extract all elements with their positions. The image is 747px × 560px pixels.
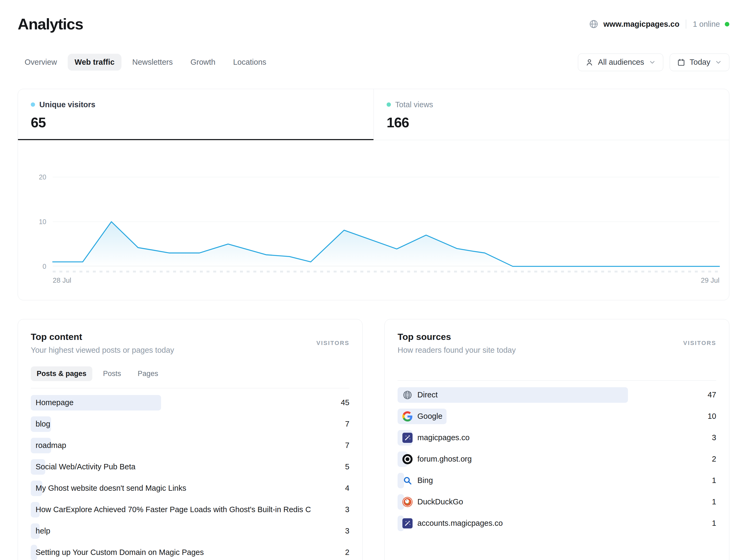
globe-icon [403,390,413,400]
content-row[interactable]: Setting up Your Custom Domain on Magic P… [31,542,350,560]
tab-locations[interactable]: Locations [226,54,273,71]
top-sources-header: Top sources How readers found your site … [397,331,716,355]
analytics-nav: OverviewWeb trafficNewslettersGrowthLoca… [18,54,273,71]
chevron-down-icon [648,59,656,66]
row-label: Setting up Your Custom Domain on Magic P… [35,548,204,557]
person-icon [585,58,594,66]
source-row[interactable]: DuckDuckGo1 [397,491,716,513]
card-title: Top content [31,331,174,342]
visitors-area-chart: 01020 28 Jul 29 Jul [18,140,729,300]
row-visitors-value: 4 [345,484,350,492]
content-row[interactable]: blog7 [31,414,350,435]
toolbar: OverviewWeb trafficNewslettersGrowthLoca… [18,53,729,71]
visitors-column-header: VISITORS [316,340,350,347]
top-content-list: Homepage45blog7roadmap7Social Web/Activi… [31,392,350,560]
site-info: www.magicpages.co 1 online [589,19,729,29]
site-domain-link[interactable]: www.magicpages.co [603,20,679,29]
calendar-icon [677,58,686,66]
chevron-down-icon [715,59,722,66]
card-subtitle: Your highest viewed posts or pages today [31,346,174,355]
cards-grid: Top content Your highest viewed posts or… [18,319,729,560]
top-sources-card: Top sources How readers found your site … [384,319,729,560]
row-label: Homepage [35,398,74,407]
unique-visitors-dot [31,102,35,107]
x-axis-labels: 28 Jul 29 Jul [53,276,719,285]
row-label: DuckDuckGo [417,498,463,506]
bing-icon [403,476,413,486]
source-row[interactable]: accounts.magicpages.co1 [397,513,716,534]
x-axis-label-start: 28 Jul [53,276,71,285]
row-visitors-value: 3 [345,527,350,535]
source-row[interactable]: forum.ghost.org2 [397,449,716,470]
source-row[interactable]: Google10 [397,406,716,427]
content-row[interactable]: roadmap7 [31,435,350,456]
date-range-label: Today [690,58,710,66]
kpi-row: Unique visitors 65 Total views 166 [18,89,729,140]
row-visitors-value: 1 [712,519,716,528]
content-row[interactable]: Social Web/Activity Pub Beta5 [31,456,350,478]
chart-series [53,157,719,266]
card-title: Top sources [397,331,516,342]
top-content-header: Top content Your highest viewed posts or… [31,331,350,355]
row-label: help [35,527,50,535]
row-visitors-value: 3 [712,433,716,442]
source-row[interactable]: Bing1 [397,470,716,491]
y-axis-tick-label: 0 [22,263,46,270]
row-label: accounts.magicpages.co [417,519,503,528]
online-status-dot [725,22,729,26]
web-traffic-card: Unique visitors 65 Total views 166 [18,89,729,300]
row-visitors-value: 10 [708,412,716,421]
tab-growth[interactable]: Growth [183,54,222,71]
row-visitors-value: 3 [345,505,350,514]
row-label: My Ghost website doesn't send Magic Link… [35,484,186,492]
row-visitors-value: 2 [345,548,350,557]
y-axis-tick-label: 20 [22,174,46,180]
unique-visitors-value: 65 [31,114,361,131]
kpi-tab-unique-visitors[interactable]: Unique visitors 65 [18,89,374,140]
total-views-dot [387,102,391,107]
row-label: Bing [417,476,433,485]
content-tab-pages[interactable]: Pages [132,366,164,381]
content-row[interactable]: Homepage45 [31,392,350,414]
ghost-forum-icon [403,454,413,464]
kpi-tab-total-views[interactable]: Total views 166 [374,89,729,140]
content-row[interactable]: My Ghost website doesn't send Magic Link… [31,478,350,499]
row-visitors-value: 7 [345,420,350,428]
date-range-button[interactable]: Today [670,53,729,71]
source-row[interactable]: magicpages.co3 [397,427,716,449]
row-visitors-value: 45 [341,398,350,407]
tab-web-traffic[interactable]: Web traffic [68,54,122,71]
tab-overview[interactable]: Overview [18,54,64,71]
analytics-page: Analytics www.magicpages.co 1 online Ove… [0,0,747,560]
row-label: Social Web/Activity Pub Beta [35,462,135,471]
y-axis-tick-label: 10 [22,218,46,225]
row-visitors-value: 7 [345,441,350,450]
chart-plot: 01020 [53,157,719,266]
tab-newsletters[interactable]: Newsletters [125,54,180,71]
row-visitors-value: 47 [708,391,716,399]
magicpages-icon [403,433,413,443]
source-row[interactable]: Direct47 [397,384,716,406]
content-row[interactable]: help3 [31,521,350,542]
audience-filter-label: All audiences [598,58,644,66]
row-label: forum.ghost.org [417,455,472,463]
content-row[interactable]: How CarExplore Achieved 70% Faster Page … [31,499,350,521]
online-count: 1 online [693,20,720,29]
google-icon [403,411,413,422]
visitors-column-header: VISITORS [683,340,716,347]
audience-filter-button[interactable]: All audiences [578,53,663,71]
row-visitors-value: 1 [712,498,716,506]
row-label: blog [35,420,50,428]
content-tab-posts-pages[interactable]: Posts & pages [31,366,92,381]
magicpages-icon [403,518,413,529]
x-axis-label-end: 29 Jul [701,276,719,285]
header: Analytics www.magicpages.co 1 online [18,16,729,33]
row-label: roadmap [35,441,66,450]
x-axis-ticks [53,271,719,272]
kpi-label: Total views [395,100,433,109]
row-label: magicpages.co [417,433,469,442]
filters: All audiences Today [578,53,729,71]
content-tab-posts[interactable]: Posts [97,366,127,381]
row-label: Direct [417,391,438,399]
top-sources-list: Direct47Google10magicpages.co3forum.ghos… [397,384,716,534]
